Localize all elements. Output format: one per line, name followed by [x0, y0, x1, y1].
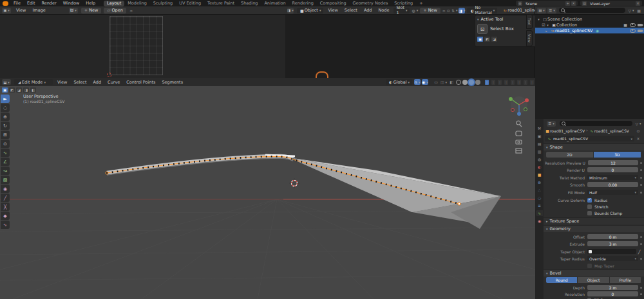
- header-extra-icon[interactable]: ⋮: [530, 80, 534, 85]
- unlink-scene-icon[interactable]: ✕: [571, 1, 576, 6]
- eyedropper-icon[interactable]: ╱: [636, 249, 642, 254]
- tab-tool[interactable]: ⚒: [536, 125, 543, 131]
- filter-icon[interactable]: ▽: [628, 8, 634, 14]
- vp-menu-segments[interactable]: Segments: [158, 80, 186, 85]
- tab-view-layer[interactable]: ▥: [536, 149, 543, 154]
- axis-x-handle[interactable]: [525, 98, 529, 102]
- link-icon[interactable]: ∞: [442, 8, 446, 14]
- taper-radius-dropdown[interactable]: Override: [587, 256, 638, 261]
- render-u-field[interactable]: 0: [587, 167, 638, 172]
- zoom-icon[interactable]: [516, 121, 522, 127]
- breadcrumb-data[interactable]: road01_splineCSV: [594, 129, 629, 133]
- editor-type-icon[interactable]: ☰: [547, 121, 556, 127]
- tool-pen[interactable]: ▨: [1, 176, 10, 184]
- tab-particles[interactable]: ∴: [536, 187, 543, 193]
- animate-dot-icon[interactable]: [640, 177, 642, 179]
- vp-menu-view[interactable]: View: [54, 80, 70, 85]
- workspace-tab-geometry-nodes[interactable]: Geometry Nodes: [350, 1, 392, 6]
- header-extra-icon[interactable]: ⋮: [491, 80, 495, 85]
- panel-header-shape[interactable]: Shape: [544, 143, 644, 150]
- datablock-name-field[interactable]: ∿ road01_splineCSV: [545, 136, 634, 141]
- tab-constraints[interactable]: ≡: [536, 203, 543, 208]
- node-menu-add[interactable]: Add: [361, 8, 375, 13]
- vp-menu-select[interactable]: Select: [70, 80, 90, 85]
- panel-header-texture-space[interactable]: Texture Space: [544, 217, 644, 224]
- workspace-tab-animation[interactable]: Animation: [261, 1, 289, 6]
- blender-logo-icon[interactable]: [3, 1, 8, 6]
- node-menu-select[interactable]: Select: [341, 8, 361, 13]
- tab-object-data[interactable]: ∿: [536, 210, 543, 216]
- radius-checkbox[interactable]: [587, 198, 592, 203]
- unlink-icon[interactable]: ✕: [635, 136, 641, 141]
- menu-render[interactable]: Render: [38, 1, 59, 6]
- snapping-icon[interactable]: ∩: [414, 79, 421, 85]
- curve-object-mesh[interactable]: [107, 155, 501, 229]
- slot-dropdown[interactable]: Slot 1: [393, 8, 410, 14]
- exclude-checkbox[interactable]: ☑: [541, 23, 546, 27]
- menu-file[interactable]: File: [10, 1, 24, 6]
- animate-dot-icon[interactable]: [640, 192, 642, 194]
- workspace-tab-sculpting[interactable]: Sculpting: [150, 1, 176, 6]
- workspace-tab-uv-editing[interactable]: UV Editing: [176, 1, 204, 6]
- selectable-icon[interactable]: ▦: [623, 23, 628, 27]
- image-menu-image[interactable]: Image: [29, 8, 48, 13]
- animate-dot-icon[interactable]: [640, 293, 642, 295]
- image-menu-view[interactable]: View: [13, 8, 29, 13]
- select-subtract-icon[interactable]: ◪: [16, 87, 22, 93]
- tool-scale[interactable]: ⊞: [1, 131, 10, 139]
- tool-cursor[interactable]: ◌: [1, 104, 10, 112]
- mode-dropdown[interactable]: ◢Edit Mode: [14, 79, 53, 85]
- animate-dot-icon[interactable]: [640, 243, 642, 245]
- animate-dot-icon[interactable]: [640, 258, 642, 260]
- hide-eye-icon[interactable]: [630, 23, 636, 27]
- sidebar-tab-tool[interactable]: Tool: [526, 14, 533, 29]
- select-invert-icon[interactable]: ◨: [23, 87, 29, 93]
- bevel-profile-button[interactable]: Profile: [610, 277, 641, 283]
- link-icon[interactable]: ∞: [128, 8, 135, 14]
- expand-icon[interactable]: [546, 23, 551, 27]
- header-extra-icon[interactable]: ⋮: [517, 80, 521, 85]
- browse-material-icon[interactable]: ◍: [412, 8, 418, 14]
- bevel-object-button[interactable]: Object: [578, 277, 609, 283]
- workspace-tab-rendering[interactable]: Rendering: [289, 1, 317, 6]
- workspace-tab-texture-paint[interactable]: Texture Paint: [204, 1, 238, 6]
- add-workspace-button[interactable]: +: [416, 1, 426, 6]
- header-extra-icon[interactable]: ⋮: [504, 80, 508, 85]
- spline-endpoint[interactable]: [458, 203, 460, 205]
- bevel-resolution-field[interactable]: 0: [587, 291, 638, 296]
- new-material-button[interactable]: +New: [420, 8, 440, 14]
- workspace-tab-shading[interactable]: Shading: [238, 1, 261, 6]
- panel-header-geometry[interactable]: Geometry: [544, 225, 644, 232]
- vp-menu-curve[interactable]: Curve: [104, 80, 123, 85]
- shading-wireframe-icon[interactable]: [456, 80, 461, 85]
- tab-modifiers[interactable]: ⊚: [536, 179, 543, 185]
- animate-dot-icon[interactable]: [640, 184, 642, 186]
- vp-menu-add[interactable]: Add: [90, 80, 105, 85]
- menu-edit[interactable]: Edit: [24, 1, 39, 6]
- new-scene-icon[interactable]: +: [565, 1, 570, 6]
- expand-icon[interactable]: [537, 17, 542, 21]
- tab-scene[interactable]: ◍: [536, 156, 543, 162]
- editor-type-icon[interactable]: ▤: [537, 8, 546, 14]
- display-mode-icon[interactable]: ☰: [547, 8, 556, 14]
- move-view-icon[interactable]: [516, 131, 522, 136]
- tool-measure[interactable]: ∠: [1, 158, 10, 166]
- new-collection-icon[interactable]: ▦: [636, 8, 642, 14]
- select-intersect-icon[interactable]: ◧: [30, 87, 36, 93]
- tool-rotate[interactable]: ↻: [1, 122, 10, 130]
- parent-filter-icon[interactable]: ⇅: [451, 8, 458, 14]
- snapping-icon[interactable]: ◨: [459, 8, 465, 14]
- hide-eye-icon[interactable]: [630, 29, 636, 33]
- properties-search-input[interactable]: [560, 121, 632, 126]
- remove-view-layer-icon[interactable]: ✕: [636, 1, 640, 6]
- select-mode-subtract-icon[interactable]: ◪: [491, 37, 497, 42]
- extrude-field[interactable]: 3 m: [587, 241, 638, 246]
- outliner-row-scene-collection[interactable]: ▢ Scene Collection: [535, 16, 644, 22]
- tool-tilt[interactable]: ╳: [1, 203, 10, 211]
- image-browse-icon[interactable]: 🖼: [69, 8, 78, 14]
- pin-icon[interactable]: ⊙: [447, 8, 450, 14]
- tab-world[interactable]: ◐: [536, 164, 543, 170]
- axis-y-handle[interactable]: [509, 97, 513, 101]
- disable-render-icon[interactable]: [638, 30, 642, 32]
- bounds-clamp-checkbox[interactable]: [587, 211, 592, 215]
